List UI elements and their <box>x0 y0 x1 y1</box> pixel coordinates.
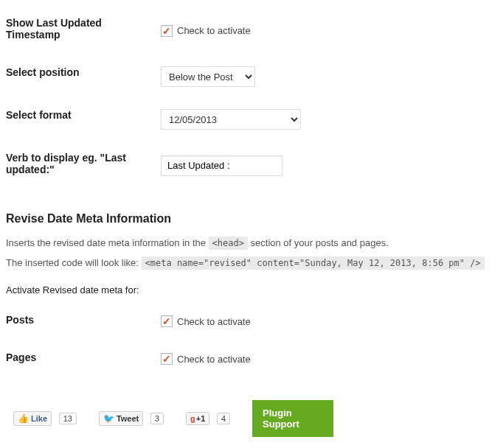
check-icon: ✓ <box>162 316 171 326</box>
pages-checkbox[interactable]: ✓ Check to activate <box>161 353 490 365</box>
check-icon: ✓ <box>162 26 171 36</box>
meta-desc-2: The inserted code will look like: <meta … <box>6 256 497 271</box>
pages-label: Pages <box>6 340 153 378</box>
checkbox-label: Check to activate <box>177 354 251 365</box>
gplus-button[interactable]: g+1 <box>186 412 209 425</box>
show-timestamp-checkbox[interactable]: ✓ Check to activate <box>161 25 490 37</box>
format-select[interactable]: 12/05/2013 <box>161 109 301 130</box>
head-code: <head> <box>209 237 248 250</box>
google-plus-icon: g <box>190 414 195 423</box>
plugin-support-button[interactable]: Plugin Support <box>252 400 333 437</box>
gplus-count: 4 <box>217 413 230 424</box>
format-label: Select format <box>6 98 153 141</box>
show-timestamp-label: Show Last Updated Timestamp <box>6 6 153 55</box>
checkbox-label: Check to activate <box>177 316 251 327</box>
tweet-button[interactable]: 🐦Tweet <box>99 411 143 426</box>
facebook-like-count: 13 <box>59 413 77 424</box>
posts-label: Posts <box>6 303 153 340</box>
check-icon: ✓ <box>162 354 171 364</box>
meta-desc-1: Inserts the revised date meta informatio… <box>6 236 497 251</box>
verb-input[interactable] <box>161 155 282 176</box>
facebook-like-button[interactable]: 👍Like <box>13 411 52 426</box>
checkbox-label: Check to activate <box>177 25 251 36</box>
social-row: 👍Like 13 🐦Tweet 3 g+1 4 Plugin Support <box>13 400 497 437</box>
twitter-icon: 🐦 <box>103 413 114 424</box>
verb-label: Verb to display eg. "Last updated:" <box>6 141 153 190</box>
thumb-up-icon: 👍 <box>18 413 29 424</box>
meta-code: <meta name="revised" content="Sunday, Ma… <box>142 256 485 270</box>
posts-checkbox[interactable]: ✓ Check to activate <box>161 315 490 327</box>
position-label: Select position <box>6 55 153 98</box>
meta-heading: Revise Date Meta Information <box>6 212 497 225</box>
activate-label: Activate Revised date meta for: <box>6 284 497 295</box>
position-select[interactable]: Below the Post <box>161 66 255 87</box>
tweet-count: 3 <box>150 413 164 424</box>
